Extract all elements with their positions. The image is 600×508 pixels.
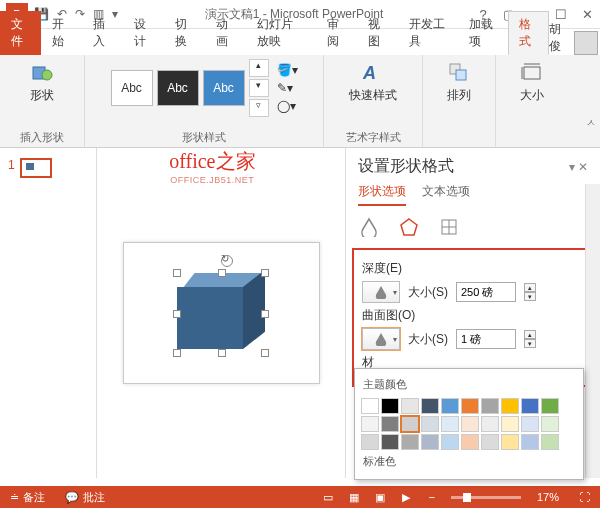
reading-view-icon[interactable]: ▣ (367, 491, 393, 504)
slide-thumb-1[interactable] (20, 158, 52, 178)
shape-effects-icon[interactable]: ◯▾ (277, 99, 298, 113)
pane-tab-shape-options[interactable]: 形状选项 (358, 181, 406, 206)
color-swatch[interactable] (501, 416, 519, 432)
color-swatch[interactable] (421, 434, 439, 450)
color-swatch[interactable] (481, 416, 499, 432)
sorter-view-icon[interactable]: ▦ (341, 491, 367, 504)
color-swatch[interactable] (401, 434, 419, 450)
rotate-handle-icon[interactable] (221, 255, 233, 267)
color-swatch[interactable] (461, 416, 479, 432)
color-swatch[interactable] (541, 398, 559, 414)
color-swatch[interactable] (461, 398, 479, 414)
effects-icon[interactable] (398, 216, 420, 238)
user-avatar[interactable] (574, 31, 598, 55)
color-swatch[interactable] (501, 434, 519, 450)
color-swatch[interactable] (401, 398, 419, 414)
fit-window-icon[interactable]: ⛶ (569, 491, 600, 503)
color-swatch[interactable] (421, 416, 439, 432)
color-swatch[interactable] (481, 398, 499, 414)
color-swatch[interactable] (541, 416, 559, 432)
zoom-slider[interactable] (451, 496, 521, 499)
tab-addins[interactable]: 加载项 (458, 11, 509, 55)
slide-canvas[interactable] (123, 242, 320, 384)
color-swatch[interactable] (361, 434, 379, 450)
tab-insert[interactable]: 插入 (82, 11, 123, 55)
group-wordart-styles: A 快速样式 艺术字样式 (324, 55, 423, 147)
color-swatch[interactable] (441, 416, 459, 432)
color-swatch-selected[interactable] (401, 416, 419, 432)
color-swatch[interactable] (441, 398, 459, 414)
tab-design[interactable]: 设计 (123, 11, 164, 55)
notes-button[interactable]: ≐ 备注 (0, 490, 55, 505)
pane-menu-close-icon[interactable]: ▾ ✕ (569, 160, 588, 174)
zoom-out-icon[interactable]: − (419, 491, 445, 503)
tab-file[interactable]: 文件 (0, 11, 41, 55)
color-swatch[interactable] (501, 398, 519, 414)
contour-size-input[interactable] (456, 329, 516, 349)
depth-down-icon[interactable]: ▾ (524, 292, 536, 301)
color-swatch[interactable] (381, 398, 399, 414)
fill-line-icon[interactable] (358, 216, 380, 238)
color-swatch[interactable] (361, 416, 379, 432)
thumb-number: 1 (8, 158, 15, 172)
shape-fill-icon[interactable]: 🪣▾ (277, 63, 298, 77)
comments-button[interactable]: 💬 批注 (55, 490, 115, 505)
color-swatch[interactable] (521, 434, 539, 450)
svg-rect-5 (524, 67, 540, 79)
tab-home[interactable]: 开始 (41, 11, 82, 55)
tab-view[interactable]: 视图 (357, 11, 398, 55)
theme-colors-label: 主题颜色 (361, 375, 577, 396)
color-swatch[interactable] (441, 434, 459, 450)
color-swatch[interactable] (521, 398, 539, 414)
depth-color-button[interactable] (362, 281, 400, 303)
tab-transitions[interactable]: 切换 (164, 11, 205, 55)
depth-up-icon[interactable]: ▴ (524, 283, 536, 292)
user-name[interactable]: 胡俊 (549, 21, 574, 55)
cube-shape[interactable] (177, 273, 265, 353)
tab-review[interactable]: 审阅 (316, 11, 357, 55)
color-swatch[interactable] (421, 398, 439, 414)
tab-slideshow[interactable]: 幻灯片放映 (246, 11, 316, 55)
shape-style-2[interactable]: Abc (157, 70, 199, 106)
color-swatch[interactable] (481, 434, 499, 450)
color-swatch[interactable] (361, 398, 379, 414)
gallery-up-icon[interactable]: ▴ (249, 59, 269, 77)
size-button[interactable]: 大小 (507, 59, 557, 106)
svg-rect-4 (456, 70, 466, 80)
normal-view-icon[interactable]: ▭ (315, 491, 341, 504)
slide-editor[interactable]: office之家 OFFICE.JB51.NET (97, 148, 345, 478)
contour-color-button[interactable] (362, 328, 400, 350)
gallery-down-icon[interactable]: ▾ (249, 79, 269, 97)
shapes-button[interactable]: 形状 (17, 59, 67, 106)
shape-style-1[interactable]: Abc (111, 70, 153, 106)
pane-scrollbar[interactable] (585, 184, 600, 478)
tab-developer[interactable]: 开发工具 (398, 11, 458, 55)
status-bar: ≐ 备注 💬 批注 ▭ ▦ ▣ ▶ − 17% ⛶ (0, 486, 600, 508)
slideshow-view-icon[interactable]: ▶ (393, 491, 419, 504)
color-swatch[interactable] (541, 434, 559, 450)
contour-down-icon[interactable]: ▾ (524, 339, 536, 348)
depth-size-input[interactable] (456, 282, 516, 302)
shape-style-3[interactable]: Abc (203, 70, 245, 106)
svg-point-1 (42, 70, 52, 80)
zoom-value[interactable]: 17% (527, 491, 569, 503)
tab-animations[interactable]: 动画 (205, 11, 246, 55)
gallery-more-icon[interactable]: ▿ (249, 99, 269, 117)
depth-heading: 深度(E) (362, 260, 584, 277)
shape-outline-icon[interactable]: ✎▾ (277, 81, 298, 95)
pane-tab-text-options[interactable]: 文本选项 (422, 181, 470, 206)
size-props-icon[interactable] (438, 216, 460, 238)
color-swatch[interactable] (521, 416, 539, 432)
arrange-button[interactable]: 排列 (434, 59, 484, 106)
color-swatch[interactable] (381, 434, 399, 450)
color-swatch[interactable] (461, 434, 479, 450)
svg-marker-6 (401, 219, 417, 235)
tab-format[interactable]: 格式 (508, 11, 549, 55)
restore-icon[interactable]: ☐ (548, 7, 574, 22)
close-icon[interactable]: ✕ (574, 7, 600, 22)
quick-styles-button[interactable]: A 快速样式 (345, 59, 401, 106)
contour-up-icon[interactable]: ▴ (524, 330, 536, 339)
color-swatch[interactable] (381, 416, 399, 432)
collapse-ribbon-icon[interactable]: ㅅ (586, 116, 596, 130)
svg-text:A: A (362, 63, 376, 83)
